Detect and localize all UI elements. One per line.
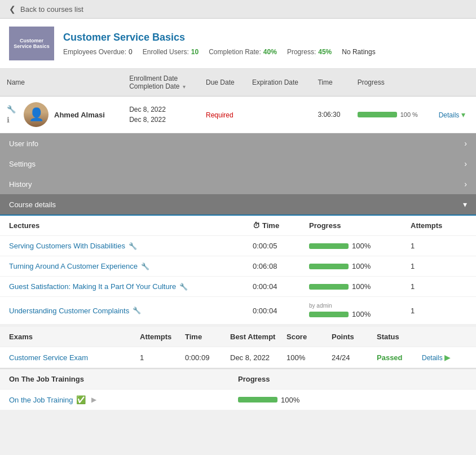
back-bar: ❮ Back to courses list bbox=[0, 0, 476, 19]
lecture-tool-icon: 🔧 bbox=[141, 262, 149, 270]
lecture-link[interactable]: Serving Customers With Disabilities 🔧 bbox=[9, 242, 253, 250]
lecture-link[interactable]: Turning Around A Customer Experience 🔧 bbox=[9, 262, 253, 270]
progress-bar bbox=[309, 312, 349, 317]
ojt-header: On The Job Trainings Progress bbox=[0, 368, 476, 390]
lecture-name: Guest Satisfaction: Making It a Part Of … bbox=[9, 282, 176, 291]
progress-bar-fill bbox=[309, 284, 349, 290]
course-thumbnail: Customer Service Basics bbox=[9, 27, 54, 60]
expiration-date-cell bbox=[245, 97, 311, 133]
ojt-name: On the Job Training bbox=[9, 396, 73, 404]
progress-bar-fill bbox=[309, 312, 349, 317]
exam-details-link[interactable]: Details bbox=[422, 354, 443, 362]
sort-icon: ▾ bbox=[183, 84, 186, 90]
lecture-progress-pct: 100% bbox=[352, 262, 371, 270]
by-admin-label: by admin bbox=[309, 303, 371, 309]
settings-label: Settings bbox=[9, 160, 36, 168]
lecture-name: Understanding Customer Complaints bbox=[9, 307, 129, 315]
details-arrow-icon: ▾ bbox=[461, 110, 465, 119]
completion-rate-label: Completion Rate: bbox=[209, 48, 261, 56]
details-cell: Details ▾ bbox=[432, 97, 476, 133]
completion-rate: Completion Rate: 40% bbox=[209, 48, 277, 56]
list-item: Serving Customers With Disabilities 🔧 0:… bbox=[0, 236, 476, 256]
enrolled-users-label: Enrolled Users: bbox=[143, 48, 189, 56]
progress-bar-fill bbox=[358, 112, 397, 117]
completion-rate-value: 40% bbox=[263, 48, 277, 56]
lecture-link[interactable]: Understanding Customer Complaints 🔧 bbox=[9, 307, 253, 315]
lecture-name: Turning Around A Customer Experience bbox=[9, 262, 138, 270]
user-cell: 🔧 ℹ 👤 Ahmed Almasi bbox=[0, 97, 122, 133]
due-date-cell: Required bbox=[199, 97, 245, 133]
wrench-icon[interactable]: 🔧 bbox=[7, 105, 16, 113]
user-progress-cell: 100 % bbox=[351, 97, 432, 133]
exam-points: 24/24 bbox=[332, 353, 377, 362]
progress-percent: 100 % bbox=[400, 111, 418, 118]
course-title: Customer Service Basics bbox=[63, 32, 467, 43]
course-details-chevron-icon: ▾ bbox=[463, 200, 467, 209]
course-details-section[interactable]: Course details ▾ bbox=[0, 194, 476, 215]
progress-bar bbox=[309, 264, 349, 269]
exam-attempts: 1 bbox=[140, 353, 185, 362]
list-item: Understanding Customer Complaints 🔧 0:00… bbox=[0, 297, 476, 325]
exam-score: 100% bbox=[287, 353, 332, 362]
exams-section: Exams Attempts Time Best Attempt Score P… bbox=[0, 327, 476, 368]
progress-meta: Progress: 45% bbox=[287, 48, 332, 56]
ojt-progress-pct: 100% bbox=[281, 396, 299, 404]
settings-section[interactable]: Settings › bbox=[0, 154, 476, 174]
user-time: 3:06:30 bbox=[311, 97, 350, 133]
user-action-icons: 🔧 ℹ bbox=[7, 105, 16, 124]
history-section[interactable]: History › bbox=[0, 174, 476, 194]
course-info: Customer Service Basics Employees Overdu… bbox=[63, 32, 467, 56]
lecture-progress-pct: 100% bbox=[352, 242, 371, 250]
lecture-attempts: 1 bbox=[411, 282, 467, 291]
ojt-section: On The Job Trainings Progress On the Job… bbox=[0, 368, 476, 410]
lecture-progress: 100% bbox=[309, 262, 411, 270]
ojt-col-progress: Progress bbox=[238, 375, 467, 383]
history-chevron-icon: › bbox=[464, 180, 467, 189]
exam-details-arrow-icon: ▶ bbox=[444, 353, 451, 362]
lecture-tool-icon: 🔧 bbox=[179, 283, 188, 291]
exams-col-status: Status bbox=[377, 333, 422, 341]
employees-overdue: Employees Overdue: 0 bbox=[63, 48, 133, 56]
course-meta: Employees Overdue: 0 Enrolled Users: 10 … bbox=[63, 48, 467, 56]
exam-link[interactable]: Customer Service Exam bbox=[9, 353, 88, 362]
exam-time: 0:00:09 bbox=[185, 353, 230, 362]
progress-bar bbox=[309, 243, 349, 249]
lectures-col-name: Lectures bbox=[9, 221, 253, 230]
avatar-face: 👤 bbox=[24, 102, 49, 127]
exams-col-details bbox=[422, 333, 467, 341]
user-info-chevron-icon: › bbox=[464, 139, 467, 148]
ojt-col-name: On The Job Trainings bbox=[9, 375, 238, 383]
exams-col-name: Exams bbox=[9, 333, 140, 341]
employees-overdue-label: Employees Overdue: bbox=[63, 48, 126, 56]
user-table: Name Enrollment Date Completion Date ▾ D… bbox=[0, 69, 476, 133]
lecture-time: 0:00:04 bbox=[253, 307, 309, 315]
progress-bar-fill bbox=[309, 243, 349, 249]
col-expiration-date: Expiration Date bbox=[245, 69, 311, 97]
exams-col-score: Score bbox=[287, 333, 332, 341]
progress-bar bbox=[238, 397, 277, 403]
exams-col-attempts: Attempts bbox=[140, 333, 185, 341]
lecture-time: 0:00:05 bbox=[253, 242, 309, 250]
lecture-link[interactable]: Guest Satisfaction: Making It a Part Of … bbox=[9, 282, 253, 291]
lecture-time: 0:00:04 bbox=[253, 282, 309, 291]
user-info-section[interactable]: User info › bbox=[0, 133, 476, 154]
back-to-courses-link[interactable]: Back to courses list bbox=[20, 5, 83, 14]
lecture-progress: 100% bbox=[309, 242, 411, 250]
lecture-tool-icon: 🔧 bbox=[129, 242, 137, 250]
progress-bar-fill bbox=[309, 264, 349, 269]
course-details-label: Course details bbox=[9, 200, 56, 209]
list-item: On the Job Training ✅ ▶ 100% bbox=[0, 390, 476, 410]
progress-label: Progress: bbox=[287, 48, 316, 56]
user-table-container: Name Enrollment Date Completion Date ▾ D… bbox=[0, 69, 476, 133]
table-row: 🔧 ℹ 👤 Ahmed Almasi Dec 8, 2022 bbox=[0, 97, 476, 133]
no-ratings-text: No Ratings bbox=[342, 48, 375, 56]
exam-best-attempt: Dec 8, 2022 bbox=[230, 353, 287, 362]
completion-date-value: Dec 8, 2022 bbox=[129, 115, 192, 125]
ojt-link[interactable]: On the Job Training ✅ ▶ bbox=[9, 395, 238, 404]
settings-chevron-icon: › bbox=[464, 159, 467, 168]
user-name: Ahmed Almasi bbox=[54, 111, 105, 119]
exams-col-time: Time bbox=[185, 333, 230, 341]
info-icon[interactable]: ℹ bbox=[7, 116, 16, 124]
no-ratings: No Ratings bbox=[342, 48, 375, 56]
details-link[interactable]: Details bbox=[439, 111, 460, 119]
